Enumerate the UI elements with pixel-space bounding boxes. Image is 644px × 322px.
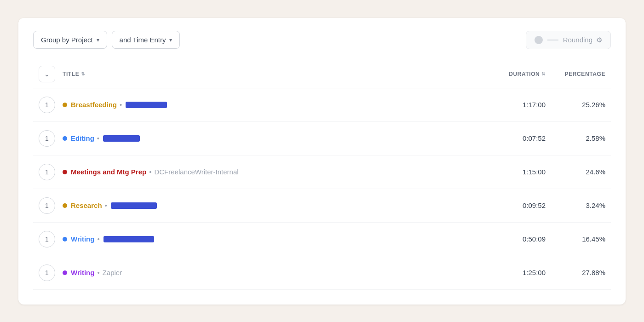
dot-separator: • — [149, 168, 151, 176]
row-percentage: 16.45% — [546, 235, 605, 243]
collapse-all-button[interactable]: ⌄ — [39, 66, 55, 82]
row-duration: 0:09:52 — [481, 201, 546, 209]
row-client-name: Zapier — [103, 269, 122, 276]
dot-separator: • — [97, 235, 99, 243]
project-name: Meetings and Mtg Prep — [71, 168, 146, 176]
table-row: 1 Editing • 0:07:52 2.58% — [33, 122, 611, 155]
sort-icon[interactable]: ⇅ — [81, 71, 85, 76]
row-title-area: Meetings and Mtg Prep • DCFreelanceWrite… — [63, 168, 481, 176]
rounding-line-icon — [547, 40, 558, 40]
main-card: Group by Project ▾ and Time Entry ▾ Roun… — [18, 18, 626, 305]
row-duration: 1:17:00 — [481, 101, 546, 109]
project-dot — [63, 237, 67, 242]
project-dot — [63, 136, 67, 141]
row-count-badge: 1 — [39, 197, 55, 214]
row-count-badge: 1 — [39, 264, 55, 281]
rounding-label: Rounding — [563, 36, 592, 44]
chevron-down-icon: ▾ — [97, 37, 99, 43]
row-duration: 0:50:09 — [481, 235, 546, 243]
row-duration: 0:07:52 — [481, 134, 546, 142]
row-count-badge: 1 — [39, 130, 55, 147]
project-name: Research — [71, 201, 102, 209]
dot-separator: • — [97, 134, 99, 142]
group-by-label: Group by Project — [41, 36, 93, 44]
row-duration: 1:25:00 — [481, 269, 546, 276]
row-percentage: 24.6% — [546, 168, 605, 176]
project-name: Editing — [71, 134, 94, 142]
row-number-col: 1 — [39, 231, 63, 247]
row-title-area: Editing • — [63, 134, 481, 142]
percentage-column-header: PERCENTAGE — [546, 71, 605, 77]
row-number-col: 1 — [39, 97, 63, 113]
expand-col: ⌄ — [39, 66, 63, 82]
project-dot — [63, 170, 67, 174]
table-row: 1 Writing • Zapier 1:25:00 27.88% — [33, 256, 611, 290]
table-row: 1 Research • 0:09:52 3.24% — [33, 189, 611, 223]
row-count-badge: 1 — [39, 231, 55, 247]
group-by-project-button[interactable]: Group by Project ▾ — [33, 31, 107, 49]
row-number-col: 1 — [39, 264, 63, 281]
dot-separator: • — [120, 101, 122, 109]
row-client-name: DCFreelanceWriter-Internal — [154, 168, 238, 176]
row-percentage: 2.58% — [546, 134, 605, 142]
chevron-down-icon: ⌄ — [44, 70, 50, 78]
project-name: Writing — [71, 235, 94, 243]
time-entry-button[interactable]: and Time Entry ▾ — [112, 31, 180, 49]
project-name: Writing — [71, 269, 94, 276]
rounding-button[interactable]: Rounding ⚙ — [526, 31, 611, 49]
row-title-area: Research • — [63, 201, 481, 209]
project-dot — [63, 270, 67, 275]
row-duration: 1:15:00 — [481, 168, 546, 176]
row-percentage: 25.26% — [546, 101, 605, 109]
table-body: 1 Breastfeeding • 1:17:00 25.26% 1 Editi… — [33, 88, 611, 290]
redacted-client — [126, 102, 167, 108]
dot-separator: • — [97, 269, 99, 276]
row-percentage: 27.88% — [546, 269, 605, 276]
project-name: Breastfeeding — [71, 101, 117, 109]
chevron-down-icon: ▾ — [169, 37, 172, 43]
project-dot — [63, 103, 67, 107]
time-entry-label: and Time Entry — [120, 36, 166, 44]
row-number-col: 1 — [39, 130, 63, 147]
redacted-client — [103, 135, 140, 142]
redacted-client — [104, 236, 154, 242]
row-count-badge: 1 — [39, 97, 55, 113]
toolbar: Group by Project ▾ and Time Entry ▾ Roun… — [33, 31, 611, 49]
row-count-badge: 1 — [39, 164, 55, 180]
project-dot — [63, 203, 67, 208]
table-header: ⌄ TITLE ⇅ DURATION ⇅ PERCENTAGE — [33, 62, 611, 88]
dot-separator: • — [105, 201, 107, 209]
duration-column-header: DURATION ⇅ — [481, 71, 546, 77]
row-percentage: 3.24% — [546, 201, 605, 209]
data-table: ⌄ TITLE ⇅ DURATION ⇅ PERCENTAGE 1 Breast — [33, 62, 611, 290]
sort-icon[interactable]: ⇅ — [541, 71, 546, 76]
gear-icon: ⚙ — [596, 36, 602, 44]
row-number-col: 1 — [39, 164, 63, 180]
row-title-area: Writing • Zapier — [63, 269, 481, 276]
title-column-header: TITLE ⇅ — [63, 71, 481, 77]
table-row: 1 Breastfeeding • 1:17:00 25.26% — [33, 88, 611, 122]
table-row: 1 Meetings and Mtg Prep • DCFreelanceWri… — [33, 155, 611, 189]
redacted-client — [111, 202, 157, 209]
rounding-toggle-icon — [535, 36, 543, 44]
row-title-area: Writing • — [63, 235, 481, 243]
table-row: 1 Writing • 0:50:09 16.45% — [33, 223, 611, 256]
row-number-col: 1 — [39, 197, 63, 214]
row-title-area: Breastfeeding • — [63, 101, 481, 109]
